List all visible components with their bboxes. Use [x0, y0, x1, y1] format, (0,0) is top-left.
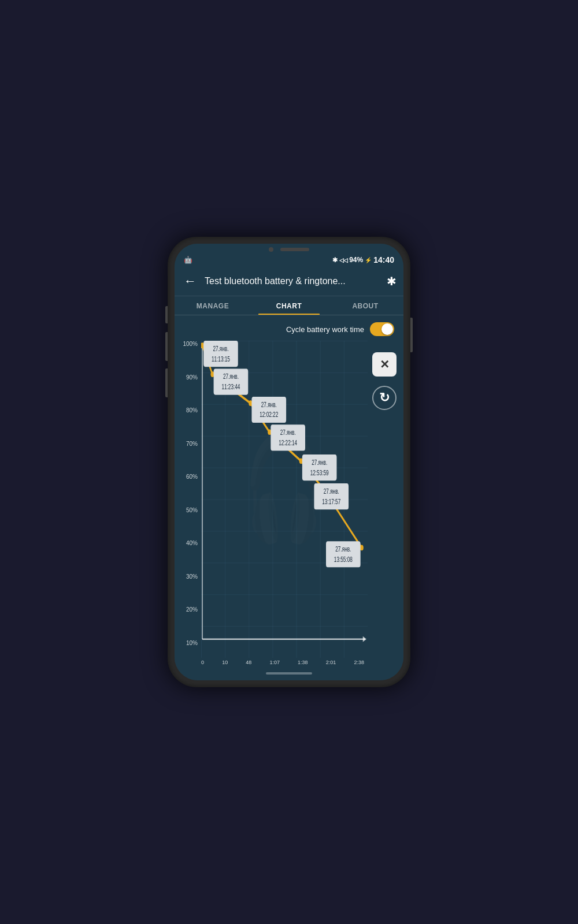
svg-text:27.янв.: 27.янв. [223, 372, 239, 380]
back-button[interactable]: ← [181, 271, 199, 291]
phone-screen: 🤖 ✱ ◁◁ 94% ⚡ 14:40 ← Test bluetooth batt… [175, 244, 403, 680]
toggle-knob [381, 323, 393, 335]
y-label-10: 10% [179, 640, 198, 646]
x-axis-labels: 0 10 48 1:07 1:38 2:01 2:38 [179, 658, 399, 666]
phone-device: 🤖 ✱ ◁◁ 94% ⚡ 14:40 ← Test bluetooth batt… [168, 237, 410, 687]
svg-text:27.янв.: 27.янв. [261, 400, 277, 408]
app-bar: ← Test bluetooth battery & ringtone... ✱ [175, 267, 403, 296]
y-label-90: 90% [179, 374, 198, 381]
y-label-40: 40% [179, 540, 198, 546]
refresh-icon: ↻ [379, 390, 390, 405]
y-label-100: 100% [179, 341, 198, 347]
svg-text:11:23:44: 11:23:44 [221, 382, 240, 390]
close-icon: ✕ [380, 357, 390, 371]
svg-text:12:02:22: 12:02:22 [260, 410, 278, 418]
y-label-30: 30% [179, 573, 198, 580]
x-label-0: 0 [201, 660, 204, 665]
svg-text:27.янв.: 27.янв. [335, 545, 351, 553]
y-label-50: 50% [179, 507, 198, 513]
tab-manage[interactable]: MANAGE [175, 296, 251, 315]
cycle-toggle[interactable] [370, 322, 394, 336]
svg-text:27.янв.: 27.янв. [280, 428, 296, 436]
volume-up-button[interactable] [165, 306, 168, 323]
chart-body: 100% 90% 80% 70% 60% 50% 40% 30% 20% 10% [179, 341, 399, 658]
mute-button[interactable] [165, 368, 168, 397]
x-label-238: 2:38 [354, 660, 364, 665]
tab-bar: MANAGE CHART ABOUT [175, 296, 403, 315]
label-4: 27.янв. 12:53:59 [302, 454, 337, 480]
tab-chart[interactable]: CHART [251, 296, 327, 315]
label-3: 27.янв. 12:22:14 [271, 424, 305, 450]
chart-svg: 🎧 [201, 341, 368, 658]
battery-percent: 94% [349, 256, 363, 264]
label-0: 27.янв. 11:13:15 [203, 341, 238, 367]
status-left: 🤖 [184, 256, 192, 264]
y-label-20: 20% [179, 606, 198, 613]
bluetooth-button[interactable]: ✱ [387, 274, 397, 288]
y-label-80: 80% [179, 407, 198, 413]
y-label-60: 60% [179, 474, 198, 480]
label-5: 27.янв. 13:17:57 [314, 483, 349, 509]
home-bar[interactable] [266, 672, 312, 675]
front-camera [269, 247, 273, 252]
status-right: ✱ ◁◁ 94% ⚡ 14:40 [332, 255, 394, 264]
close-button[interactable]: ✕ [372, 352, 397, 377]
x-label-138: 1:38 [298, 660, 308, 665]
signal-icon: ◁◁ [339, 257, 347, 263]
svg-text:27.янв.: 27.янв. [213, 344, 228, 352]
app-title: Test bluetooth battery & ringtone... [205, 276, 381, 286]
tab-about[interactable]: ABOUT [327, 296, 403, 315]
x-label-10: 10 [222, 660, 228, 665]
x-label-48: 48 [246, 660, 251, 665]
chart-plot: 🎧 [201, 341, 368, 658]
status-bar: 🤖 ✱ ◁◁ 94% ⚡ 14:40 [175, 254, 403, 267]
x-label-107: 1:07 [269, 660, 280, 665]
phone-bottom-bar [175, 669, 403, 680]
svg-text:13:17:57: 13:17:57 [322, 497, 340, 505]
label-1: 27.янв. 11:23:44 [214, 368, 249, 394]
cycle-battery-label: Cycle battery work time [286, 325, 364, 334]
speaker-grille [280, 248, 309, 251]
volume-down-button[interactable] [165, 332, 168, 361]
bluetooth-status-icon: ✱ [332, 256, 338, 264]
y-axis: 100% 90% 80% 70% 60% 50% 40% 30% 20% 10% [179, 341, 201, 658]
charging-icon: ⚡ [365, 257, 372, 263]
refresh-button[interactable]: ↻ [372, 386, 397, 410]
phone-notch [175, 244, 403, 254]
label-6: 27.янв. 13:55:08 [326, 541, 361, 567]
y-label-70: 70% [179, 441, 198, 447]
power-button[interactable] [410, 318, 413, 352]
chart-action-buttons: ✕ ↻ [368, 341, 399, 658]
x-label-201: 2:01 [326, 660, 336, 665]
chart-header: Cycle battery work time [179, 320, 399, 341]
android-icon: 🤖 [184, 256, 192, 264]
svg-text:11:13:15: 11:13:15 [212, 355, 230, 363]
svg-text:12:22:14: 12:22:14 [279, 438, 297, 446]
status-time: 14:40 [373, 255, 394, 264]
svg-text:27.янв.: 27.янв. [324, 487, 339, 495]
label-2: 27.янв. 12:02:22 [251, 397, 286, 423]
svg-text:12:53:59: 12:53:59 [310, 468, 329, 476]
svg-text:27.янв.: 27.янв. [312, 458, 327, 466]
chart-container: Cycle battery work time 100% 90% 80% 70%… [175, 315, 403, 669]
svg-text:13:55:08: 13:55:08 [334, 555, 353, 563]
